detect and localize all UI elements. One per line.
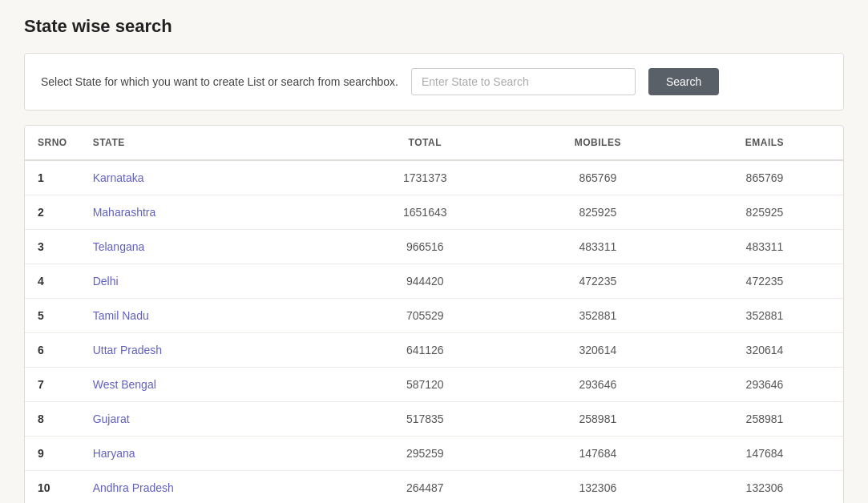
cell-emails: 483311: [686, 230, 843, 264]
cell-mobiles: 352881: [510, 299, 686, 333]
cell-emails: 320614: [686, 333, 843, 368]
col-header-state: STATE: [80, 126, 341, 160]
table-row: 10 Andhra Pradesh 264487 132306 132306: [25, 471, 843, 504]
search-input[interactable]: [411, 68, 636, 95]
col-header-srno: SRNO: [25, 126, 80, 160]
cell-total: 641126: [341, 333, 510, 368]
cell-state[interactable]: Delhi: [80, 264, 341, 299]
cell-state[interactable]: Telangana: [80, 230, 341, 264]
cell-emails: 293646: [686, 368, 843, 402]
col-header-total: TOTAL: [341, 126, 510, 160]
cell-srno: 4: [25, 264, 80, 299]
search-button[interactable]: Search: [648, 68, 719, 95]
table-row: 8 Gujarat 517835 258981 258981: [25, 402, 843, 437]
cell-total: 1651643: [341, 195, 510, 230]
table-row: 9 Haryana 295259 147684 147684: [25, 437, 843, 471]
cell-state[interactable]: Gujarat: [80, 402, 341, 437]
cell-state[interactable]: Maharashtra: [80, 195, 341, 230]
state-table: SRNO STATE TOTAL MOBILES EMAILS 1 Karnat…: [25, 126, 843, 503]
cell-mobiles: 320614: [510, 333, 686, 368]
page-title: State wise search: [24, 16, 844, 37]
cell-state[interactable]: Tamil Nadu: [80, 299, 341, 333]
cell-state[interactable]: Andhra Pradesh: [80, 471, 341, 504]
cell-state[interactable]: West Bengal: [80, 368, 341, 402]
cell-mobiles: 258981: [510, 402, 686, 437]
col-header-emails: EMAILS: [686, 126, 843, 160]
cell-srno: 9: [25, 437, 80, 471]
cell-mobiles: 865769: [510, 160, 686, 195]
cell-emails: 147684: [686, 437, 843, 471]
cell-mobiles: 132306: [510, 471, 686, 504]
cell-mobiles: 825925: [510, 195, 686, 230]
table-header: SRNO STATE TOTAL MOBILES EMAILS: [25, 126, 843, 160]
col-header-mobiles: MOBILES: [510, 126, 686, 160]
cell-total: 264487: [341, 471, 510, 504]
cell-state[interactable]: Uttar Pradesh: [80, 333, 341, 368]
cell-srno: 6: [25, 333, 80, 368]
table-row: 6 Uttar Pradesh 641126 320614 320614: [25, 333, 843, 368]
table-row: 5 Tamil Nadu 705529 352881 352881: [25, 299, 843, 333]
cell-emails: 825925: [686, 195, 843, 230]
search-label: Select State for which you want to creat…: [41, 75, 398, 88]
cell-state[interactable]: Haryana: [80, 437, 341, 471]
search-section: Select State for which you want to creat…: [24, 53, 844, 111]
cell-emails: 352881: [686, 299, 843, 333]
cell-state[interactable]: Karnataka: [80, 160, 341, 195]
table-body: 1 Karnataka 1731373 865769 865769 2 Maha…: [25, 160, 843, 503]
cell-total: 966516: [341, 230, 510, 264]
table-row: 3 Telangana 966516 483311 483311: [25, 230, 843, 264]
cell-emails: 132306: [686, 471, 843, 504]
cell-total: 587120: [341, 368, 510, 402]
cell-emails: 865769: [686, 160, 843, 195]
cell-total: 944420: [341, 264, 510, 299]
cell-emails: 258981: [686, 402, 843, 437]
cell-srno: 1: [25, 160, 80, 195]
cell-total: 517835: [341, 402, 510, 437]
cell-srno: 7: [25, 368, 80, 402]
cell-srno: 3: [25, 230, 80, 264]
cell-total: 705529: [341, 299, 510, 333]
cell-mobiles: 483311: [510, 230, 686, 264]
cell-mobiles: 472235: [510, 264, 686, 299]
table-row: 4 Delhi 944420 472235 472235: [25, 264, 843, 299]
table-row: 7 West Bengal 587120 293646 293646: [25, 368, 843, 402]
cell-mobiles: 293646: [510, 368, 686, 402]
cell-srno: 5: [25, 299, 80, 333]
page-container: State wise search Select State for which…: [0, 0, 868, 503]
cell-emails: 472235: [686, 264, 843, 299]
cell-total: 295259: [341, 437, 510, 471]
table-row: 2 Maharashtra 1651643 825925 825925: [25, 195, 843, 230]
cell-srno: 10: [25, 471, 80, 504]
cell-srno: 2: [25, 195, 80, 230]
cell-mobiles: 147684: [510, 437, 686, 471]
table-row: 1 Karnataka 1731373 865769 865769: [25, 160, 843, 195]
cell-total: 1731373: [341, 160, 510, 195]
table-container: SRNO STATE TOTAL MOBILES EMAILS 1 Karnat…: [24, 125, 844, 503]
cell-srno: 8: [25, 402, 80, 437]
